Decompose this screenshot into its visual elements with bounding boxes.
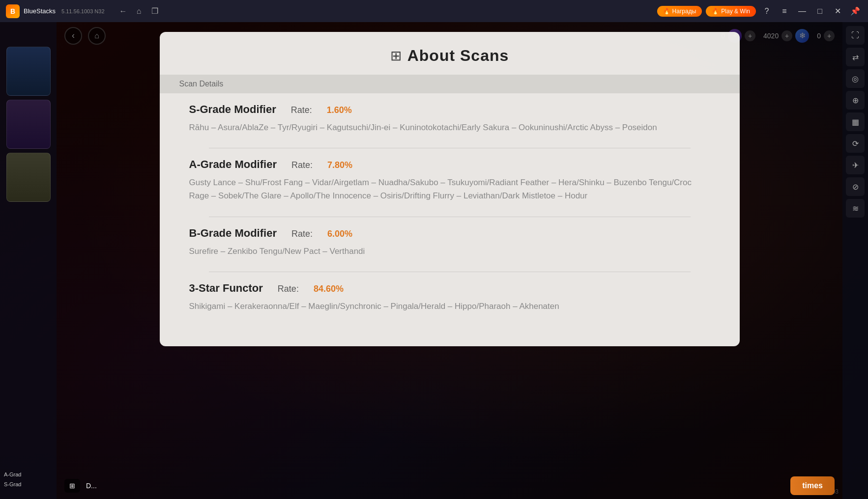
modal-content: S-Grade Modifier Rate: 1.60% Rāhu – Asur…	[160, 98, 740, 332]
titlebar-right: 🔥 Награды 🔥 Play & Win ? ≡ — □ ✕ 📌	[651, 4, 868, 18]
camera-button[interactable]: ⊕	[846, 91, 865, 110]
playnwin-icon: 🔥	[712, 8, 719, 15]
divider-3	[209, 272, 691, 272]
menu-button[interactable]: ≡	[778, 4, 791, 18]
modal-overlay: ⊞ About Scans Scan Details S-Grade Modif…	[57, 22, 842, 499]
playnwin-label: Play & Win	[721, 8, 750, 15]
left-sidebar: A-Grad S-Grad	[0, 22, 57, 499]
titlebar-nav: ← ⌂ ❐	[111, 4, 168, 18]
app-version: 5.11.56.1003 N32	[61, 8, 104, 14]
b-grade-name: B-Grade Modifier	[189, 227, 277, 240]
settings-button[interactable]: ≋	[846, 199, 865, 218]
a-grade-name: A-Grade Modifier	[189, 158, 277, 171]
a-grade-header: A-Grade Modifier Rate: 7.80%	[189, 158, 710, 171]
a-grade-section: A-Grade Modifier Rate: 7.80% Gusty Lance…	[189, 158, 710, 202]
character-card-2[interactable]	[6, 100, 51, 149]
copy-icon: ⊞	[69, 482, 75, 490]
s-grade-name: S-Grade Modifier	[189, 103, 276, 116]
refresh-button[interactable]: ⟳	[846, 134, 865, 153]
character-card-3[interactable]	[6, 153, 51, 202]
three-star-rate-value: 84.60%	[314, 284, 344, 294]
back-nav-button[interactable]: ←	[116, 4, 130, 18]
b-grade-rate-label: Rate:	[291, 229, 313, 239]
copy-icon-button[interactable]: ⊞	[64, 479, 80, 493]
b-grade-header: B-Grade Modifier Rate: 6.00%	[189, 227, 710, 240]
s-grade-items: Rāhu – Asura/AblaZe – Tyr/Ryugiri – Kagu…	[189, 121, 710, 134]
playnwin-button[interactable]: 🔥 Play & Win	[706, 6, 756, 17]
three-star-section: 3-Star Functor Rate: 84.60% Shikigami – …	[189, 282, 710, 313]
scan-details-header: Scan Details	[160, 75, 740, 93]
bluestacks-icon: B	[6, 4, 20, 18]
a-grade-rate-value: 7.80%	[327, 160, 352, 170]
apk-button[interactable]: ▦	[846, 112, 865, 131]
maximize-button[interactable]: □	[813, 4, 827, 18]
location-button[interactable]: ✈	[846, 156, 865, 174]
pin-button[interactable]: 📌	[848, 4, 862, 18]
s-grade-section: S-Grade Modifier Rate: 1.60% Rāhu – Asur…	[189, 103, 710, 134]
rewards-icon: 🔥	[663, 8, 670, 15]
fullscreen-button[interactable]: ⛶	[846, 26, 865, 45]
three-star-name: 3-Star Functor	[189, 282, 263, 295]
three-star-header: 3-Star Functor Rate: 84.60%	[189, 282, 710, 295]
b-grade-rate-value: 6.00%	[327, 229, 352, 239]
left-grade-labels: A-Grad S-Grad	[0, 470, 57, 499]
a-grade-label: A-Grad	[4, 470, 57, 479]
home-nav-button[interactable]: ⌂	[132, 4, 146, 18]
about-scans-modal: ⊞ About Scans Scan Details S-Grade Modif…	[160, 32, 740, 346]
rewards-button[interactable]: 🔥 Награды	[657, 6, 702, 17]
titlebar: B BlueStacks 5.11.56.1003 N32 ← ⌂ ❐ 🔥 На…	[0, 0, 868, 22]
s-grade-header: S-Grade Modifier Rate: 1.60%	[189, 103, 710, 116]
character-card-1[interactable]	[6, 47, 51, 96]
close-button[interactable]: ✕	[831, 4, 844, 18]
modal-title-icon: ⊞	[390, 48, 402, 64]
windows-nav-button[interactable]: ❐	[148, 4, 162, 18]
b-grade-items: Surefire – Zenkibo Tengu/New Pact – Vert…	[189, 245, 710, 258]
app-logo: B BlueStacks 5.11.56.1003 N32	[0, 4, 111, 18]
right-sidebar: ⛶ ⇄ ◎ ⊕ ▦ ⟳ ✈ ⊘ ≋	[842, 22, 868, 499]
help-button[interactable]: ?	[760, 4, 774, 18]
three-star-rate-label: Rate:	[278, 284, 299, 294]
b-grade-section: B-Grade Modifier Rate: 6.00% Surefire – …	[189, 227, 710, 258]
volume-button[interactable]: ◎	[846, 69, 865, 88]
divider-1	[209, 148, 691, 148]
d-label: D...	[86, 482, 97, 490]
bottom-bar: ⊞ D... times	[57, 472, 842, 499]
bottom-left: ⊞ D...	[64, 479, 97, 493]
three-star-items: Shikigami – Kerakeraonna/Elf – Maeglin/S…	[189, 300, 710, 313]
s-grade-rate-label: Rate:	[291, 105, 312, 115]
minimize-button[interactable]: —	[795, 4, 809, 18]
modal-header: ⊞ About Scans	[160, 32, 740, 75]
a-grade-rate-label: Rate:	[291, 160, 313, 170]
brush-button[interactable]: ⊘	[846, 177, 865, 196]
s-grade-label: S-Grad	[4, 479, 57, 489]
rewards-label: Награды	[672, 8, 696, 15]
a-grade-items: Gusty Lance – Shu/Frost Fang – Vidar/Air…	[189, 176, 710, 202]
divider-2	[209, 217, 691, 217]
app-name: BlueStacks	[24, 7, 56, 15]
s-grade-rate-value: 1.60%	[327, 105, 352, 115]
rotate-button[interactable]: ⇄	[846, 48, 865, 66]
modal-title: About Scans	[407, 47, 509, 65]
pull-button[interactable]: times	[790, 476, 835, 495]
